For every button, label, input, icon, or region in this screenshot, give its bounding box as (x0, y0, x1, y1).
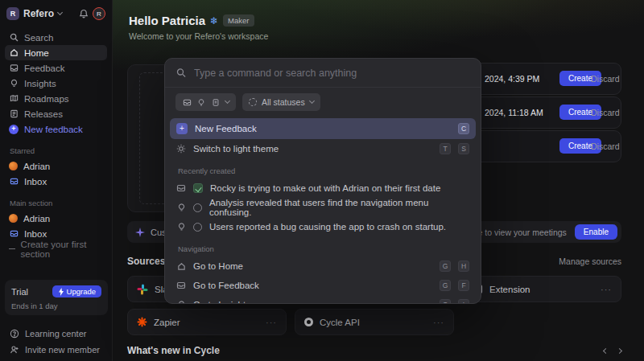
status-filter-label: All statuses (262, 97, 305, 107)
chevron-left-icon[interactable] (603, 347, 609, 353)
more-icon[interactable]: ··· (433, 318, 444, 327)
shortcut-key: C (458, 123, 469, 134)
nav-go-insights[interactable]: Go to Insights G I (170, 295, 476, 304)
command-search-input[interactable] (194, 68, 469, 79)
learning-center-label: Learning center (25, 329, 86, 338)
manage-sources-link[interactable]: Manage sources (559, 256, 621, 266)
greeting-row: Hello Patricia ❄ Maker (129, 14, 254, 27)
sidebar-item-adrian-starred[interactable]: Adrian (5, 158, 107, 174)
sidebar-item-home[interactable]: Home (5, 45, 107, 60)
recent-item-title: Users reported a bug causing the app to … (209, 222, 469, 232)
plus-circle-icon: + (9, 125, 19, 134)
recent-item-insight[interactable]: Analysis revealed that users find the na… (170, 198, 476, 217)
sidebar-item-adrian-main[interactable]: Adrian (5, 211, 107, 226)
home-icon (176, 261, 186, 271)
home-icon (9, 48, 19, 58)
shortcut-key: G (440, 280, 451, 291)
source-card-zapier[interactable]: Zapier ··· (127, 309, 287, 335)
sidebar-item-insights[interactable]: Insights (5, 76, 107, 91)
sidebar-item-label: Roadmaps (24, 94, 69, 104)
sidebar-item-label: Releases (24, 109, 63, 119)
discard-button[interactable]: Discard (591, 142, 620, 151)
document-icon (9, 109, 19, 119)
snowflake-icon: ❄ (210, 15, 218, 27)
sidebar-item-label: Search (24, 33, 53, 43)
command-new-feedback[interactable]: + New Feedback C (170, 118, 476, 139)
inbox-blue-icon (9, 177, 19, 187)
nav-item-label: Go to Insights (193, 300, 432, 304)
bell-icon[interactable] (79, 9, 89, 18)
sidebar-item-label: Home (24, 48, 49, 58)
adrian-avatar (9, 162, 18, 170)
shortcut-key: H (458, 260, 469, 272)
sidebar-item-search[interactable]: Search (5, 30, 107, 45)
section-label-main: Main section (0, 189, 112, 211)
lightbulb-icon (176, 300, 186, 304)
sidebar-item-new-feedback[interactable]: + New feedback (5, 121, 107, 137)
nav-go-feedback[interactable]: Go to Feedback G F (170, 276, 476, 295)
role-badge: Maker (223, 14, 254, 27)
bolt-icon (58, 288, 64, 296)
whats-new-title: What's new in Cycle (127, 345, 220, 356)
adrian-avatar (9, 214, 18, 223)
chevron-down-icon (57, 10, 63, 15)
sidebar-item-roadmaps[interactable]: Roadmaps (5, 91, 107, 106)
chevron-down-icon (309, 98, 315, 104)
recent-item-insight[interactable]: Users reported a bug causing the app to … (170, 217, 476, 236)
section-label-starred: Starred (0, 137, 112, 158)
section-label-navigation: Navigation (170, 236, 476, 256)
sidebar-item-label: Inbox (24, 177, 47, 187)
trial-card: Trial Upgrade Ends in 1 day (5, 280, 108, 315)
command-switch-theme[interactable]: Switch to light theme T S (170, 139, 476, 158)
created-date: 2024, 4:39 PM (485, 74, 539, 84)
create-first-section[interactable]: Create your first section (5, 241, 107, 256)
source-card-extension[interactable]: Extension ··· (462, 276, 621, 302)
created-date: 2024, 11:18 AM (485, 108, 543, 117)
app-window: R Refero R Search Home Feedback (0, 0, 644, 361)
section-label-recent: Recently created (170, 158, 476, 178)
learning-center-item[interactable]: Learning center (5, 326, 108, 342)
sidebar-item-feedback[interactable]: Feedback (5, 60, 107, 76)
more-icon[interactable]: ··· (601, 285, 612, 294)
status-open-icon (193, 223, 202, 232)
recent-item-title: Rocky is trying to make out with Adrian … (210, 183, 469, 193)
sidebar-item-releases[interactable]: Releases (5, 106, 107, 121)
workspace-switcher[interactable]: R Refero R (0, 0, 112, 25)
lightbulb-icon (176, 222, 186, 232)
shortcut-key: F (458, 280, 469, 291)
source-name: Cycle API (320, 318, 427, 327)
page-title: Hello Patricia (129, 14, 205, 27)
sidebar-item-label: New feedback (24, 125, 83, 134)
source-name: Zapier (154, 318, 259, 327)
nav-go-home[interactable]: Go to Home G H (170, 256, 476, 276)
lightbulb-icon (176, 203, 186, 212)
chevron-right-icon[interactable] (617, 347, 622, 353)
sidebar-item-inbox-starred[interactable]: Inbox (5, 174, 107, 189)
nav-item-label: Go to Home (193, 261, 432, 271)
invite-member-item[interactable]: Invite new member (5, 342, 108, 358)
status-filter[interactable]: All statuses (242, 93, 320, 111)
shortcut-key: S (458, 143, 469, 154)
invite-member-label: Invite new member (25, 345, 100, 355)
trial-ends-text: Ends in 1 day (11, 302, 101, 310)
source-card-cycle-api[interactable]: Cycle API ··· (295, 309, 454, 335)
inbox-icon (176, 281, 186, 290)
workspace-name: Refero (23, 8, 54, 19)
doc-type-filter[interactable] (175, 93, 236, 111)
lightbulb-icon (9, 79, 19, 88)
recent-item-title: Analysis revealed that users find the na… (209, 198, 469, 217)
user-avatar[interactable]: R (93, 7, 105, 20)
recent-item-feedback[interactable]: Rocky is trying to make out with Adrian … (170, 178, 476, 198)
status-open-icon (193, 203, 202, 212)
command-palette: All statuses + New Feedback C Switch to … (164, 58, 481, 304)
inbox-icon (182, 97, 192, 107)
search-icon (176, 68, 186, 78)
discard-button[interactable]: Discard (591, 108, 620, 117)
more-icon[interactable]: ··· (266, 318, 277, 327)
enable-button[interactable]: Enable (575, 224, 617, 240)
discard-button[interactable]: Discard (591, 74, 620, 84)
source-name: Extension (489, 285, 594, 294)
upgrade-button[interactable]: Upgrade (52, 285, 101, 297)
welcome-subtitle: Welcome to your Refero's workspace (129, 31, 268, 41)
person-add-icon (10, 345, 19, 355)
